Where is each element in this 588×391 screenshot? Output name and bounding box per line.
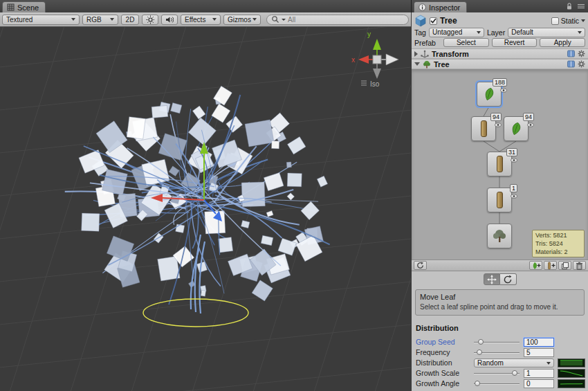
- rotate-leaf-tool-button[interactable]: [500, 273, 517, 285]
- tab-inspector[interactable]: Inspector: [414, 1, 467, 12]
- leaf-group-node-mid[interactable]: 94: [504, 116, 529, 141]
- effects-label: Effects: [185, 16, 205, 24]
- scene-3d-canvas[interactable]: y x Iso: [0, 27, 411, 391]
- help-book-icon[interactable]: [567, 60, 575, 68]
- lighting-toggle-button[interactable]: [142, 15, 158, 25]
- rotate-tool-icon: [503, 275, 513, 284]
- search-filter-caret[interactable]: [282, 19, 286, 21]
- add-branch-group-button[interactable]: [544, 261, 557, 270]
- tree-component-title: Tree: [434, 60, 450, 69]
- inspector-panel: Tree Static Tag Untagged Layer Default P…: [412, 12, 588, 391]
- growth-angle-field[interactable]: 0: [524, 379, 554, 388]
- x-axis-cone[interactable]: [358, 55, 369, 64]
- delete-button[interactable]: [573, 261, 586, 270]
- slider-thumb[interactable]: [475, 381, 480, 386]
- refresh-button[interactable]: [414, 261, 427, 270]
- prefab-apply-button[interactable]: Apply: [540, 38, 585, 47]
- foldout-expanded-icon[interactable]: [414, 62, 420, 66]
- slider-thumb[interactable]: [477, 349, 482, 355]
- slider-thumb[interactable]: [478, 339, 484, 345]
- growth-scale-slider[interactable]: [474, 369, 520, 378]
- move-leaf-tool-button[interactable]: [484, 273, 500, 285]
- growth-angle-curve-preview[interactable]: [558, 379, 585, 388]
- tree-root-node[interactable]: [487, 224, 512, 248]
- scene-viewport[interactable]: y x Iso: [0, 27, 411, 391]
- node-count-badge: 94: [523, 113, 534, 121]
- trash-icon: [576, 262, 583, 270]
- static-dropdown-caret[interactable]: [581, 19, 585, 22]
- tree-hierarchy-canvas[interactable]: 188 94 94 31: [412, 70, 588, 260]
- branch-group-node-mid[interactable]: 94: [471, 116, 496, 141]
- tab-scene[interactable]: Scene: [2, 1, 46, 12]
- y-axis-cone[interactable]: [373, 39, 381, 50]
- gizmos-dropdown[interactable]: Gizmos: [223, 15, 261, 25]
- slider-thumb[interactable]: [512, 370, 517, 376]
- foldout-collapsed-icon[interactable]: [414, 51, 418, 57]
- leaf-group-node-top[interactable]: 188: [477, 82, 502, 107]
- orientation-gizmo[interactable]: y x: [351, 30, 398, 79]
- branch-icon: [481, 120, 487, 137]
- prefab-revert-button[interactable]: Revert: [492, 38, 538, 47]
- effects-dropdown[interactable]: Effects: [181, 15, 221, 25]
- distribution-row: Distribution Random: [412, 358, 588, 367]
- projection-toggle[interactable]: Iso: [361, 80, 380, 88]
- audio-toggle-button[interactable]: [161, 15, 178, 25]
- frequency-slider[interactable]: [474, 348, 520, 357]
- prefab-label: Prefab: [414, 39, 441, 47]
- leaf-icon: [481, 87, 497, 102]
- prefab-select-button[interactable]: Select: [443, 38, 489, 47]
- growth-scale-curve-preview[interactable]: [558, 369, 585, 378]
- tag-dropdown[interactable]: Untagged: [429, 28, 484, 37]
- lock-icon[interactable]: [566, 2, 573, 10]
- layer-dropdown[interactable]: Default: [508, 28, 585, 37]
- projection-menu-icon: [361, 81, 367, 85]
- branch-icon: [497, 192, 503, 208]
- 2d-toggle-button[interactable]: 2D: [121, 15, 139, 25]
- frequency-row: Frequency 5: [412, 348, 588, 357]
- eye-icon[interactable]: [527, 122, 534, 127]
- gizmo-center-cube[interactable]: [373, 55, 381, 64]
- eye-icon[interactable]: [495, 122, 502, 127]
- static-checkbox[interactable]: [551, 17, 559, 25]
- gear-icon[interactable]: [578, 60, 585, 68]
- help-book-icon[interactable]: [567, 50, 575, 57]
- scene-search-input[interactable]: All: [266, 15, 409, 25]
- tree-graph-toolbar: [412, 260, 588, 271]
- transform-title: Transform: [432, 50, 469, 58]
- eye-icon[interactable]: [511, 158, 517, 163]
- tag-value: Untagged: [432, 28, 462, 36]
- duplicate-button[interactable]: [558, 261, 571, 270]
- group-seed-slider[interactable]: [474, 338, 520, 347]
- growth-scale-field[interactable]: 1: [524, 369, 554, 378]
- node-count-badge: 188: [493, 78, 507, 87]
- gear-icon[interactable]: [578, 50, 585, 57]
- render-mode-dropdown[interactable]: RGB: [82, 15, 118, 25]
- growth-angle-label: Growth Angle: [416, 379, 459, 388]
- layer-value: Default: [511, 28, 533, 36]
- active-checkbox[interactable]: [430, 17, 437, 25]
- group-seed-row: Group Seed 100: [412, 338, 588, 347]
- eye-icon[interactable]: [511, 194, 517, 199]
- chevron-down-icon: [110, 18, 114, 21]
- add-leaf-icon: [531, 262, 541, 270]
- search-value: All: [288, 16, 295, 24]
- group-seed-field[interactable]: 100: [524, 338, 554, 347]
- frequency-field[interactable]: 5: [524, 348, 554, 357]
- minus-y-axis-cone[interactable]: [373, 69, 381, 79]
- panel-menu-icon[interactable]: [577, 3, 585, 10]
- minus-x-axis-cone[interactable]: [386, 54, 398, 65]
- trunk-node[interactable]: 1: [487, 188, 512, 212]
- tree-component-header[interactable]: Tree: [412, 59, 588, 69]
- shading-mode-dropdown[interactable]: Textured: [2, 15, 80, 25]
- branch-group-node-upper[interactable]: 31: [487, 152, 512, 176]
- distribution-label: Distribution: [416, 358, 452, 367]
- distribution-curve-preview[interactable]: [558, 358, 585, 367]
- object-name: Tree: [440, 16, 457, 26]
- eye-icon[interactable]: [500, 88, 507, 93]
- transform-component-header[interactable]: Transform: [412, 48, 588, 59]
- growth-angle-slider[interactable]: [474, 379, 520, 388]
- prefab-row: Prefab Select Revert Apply: [414, 38, 585, 47]
- tree-hierarchy-graph[interactable]: 188 94 94 31: [412, 69, 588, 271]
- add-leaf-group-button[interactable]: [529, 261, 542, 270]
- distribution-dropdown[interactable]: Random: [474, 358, 554, 367]
